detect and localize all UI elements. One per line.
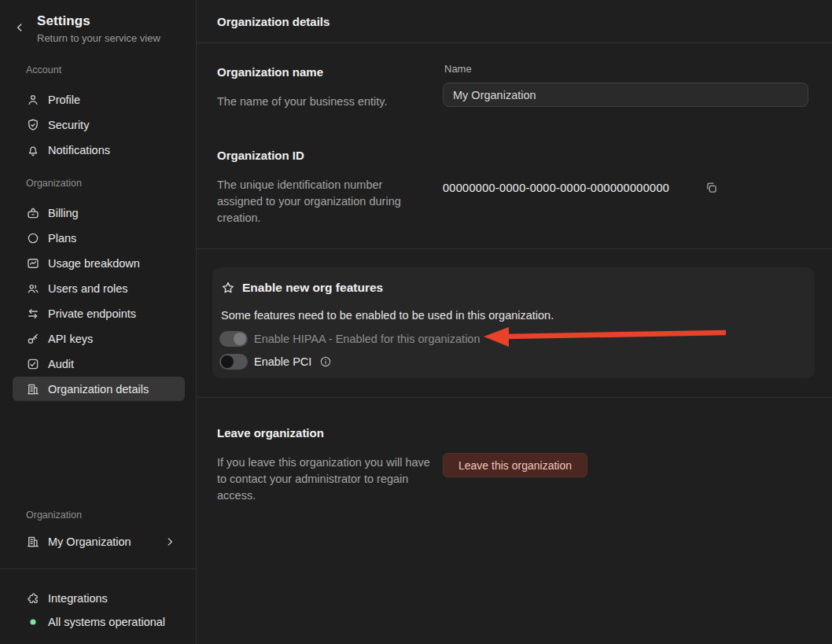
hipaa-toggle-row: Enable HIPAA - Enabled for this organiza… [219,330,480,348]
sidebar-item-label: Security [48,119,89,131]
sidebar-item-audit[interactable]: Audit [13,351,185,376]
chevron-left-icon [14,22,28,33]
sidebar-item-label: Users and roles [48,282,128,295]
pci-toggle[interactable] [219,354,248,370]
leave-org-title: Leave organization [217,426,324,440]
toggle-knob [234,333,246,345]
sidebar-title: Settings [37,13,90,29]
back-button[interactable] [14,20,28,35]
pci-toggle-row: Enable PCI [219,353,332,370]
sidebar-item-label: Notifications [48,144,110,156]
section-label-account: Account [26,64,61,75]
sidebar-item-billing[interactable]: Billing [13,201,185,225]
plans-icon [26,231,40,245]
status-label: All systems operational [48,616,165,628]
hipaa-toggle[interactable] [219,331,248,347]
audit-icon [26,357,40,371]
main-content: Organization details Organization name T… [197,0,832,644]
info-icon[interactable] [319,355,332,368]
sidebar-item-profile[interactable]: Profile [13,87,185,112]
leave-organization-button[interactable]: Leave this organization [443,453,587,477]
divider [197,248,832,249]
features-card-description: Some features need to be enabled to be u… [221,309,554,322]
sidebar-item-label: API keys [48,333,93,345]
sidebar-item-notifications[interactable]: Notifications [13,138,185,162]
org-switcher-label: Organization [26,510,82,521]
sidebar-item-label: Profile [48,94,80,106]
sidebar-item-usage-breakdown[interactable]: Usage breakdown [13,251,185,275]
sidebar-item-label: Billing [48,207,79,219]
org-name-input[interactable] [443,83,808,107]
org-id-title: Organization ID [217,149,304,162]
sidebar-item-label: Private endpoints [48,307,136,320]
key-icon [26,332,40,346]
bell-icon [26,143,40,157]
hipaa-toggle-label: Enable HIPAA - Enabled for this organiza… [254,333,480,345]
star-icon [221,281,235,295]
building-icon [26,535,40,549]
features-card-header: Enable new org features [221,281,383,295]
sidebar-item-label: Usage breakdown [48,257,140,270]
name-field-label: Name [444,63,472,75]
org-id-description: The unique identification number assigne… [217,177,420,226]
sidebar-subtitle: Return to your service view [37,32,160,44]
sidebar-item-label: Plans [48,232,76,245]
users-icon [26,282,40,296]
status-dot-icon [26,615,40,629]
org-name-title: Organization name [217,65,323,79]
sidebar-item-label: Audit [48,358,74,370]
toggle-knob [221,355,234,368]
section-label-organization: Organization [26,178,82,189]
org-name-description: The name of your business entity. [217,94,388,110]
copy-icon[interactable] [705,179,720,195]
integrations-label: Integrations [48,592,108,605]
chevron-right-icon [164,536,175,547]
sidebar-item-api-keys[interactable]: API keys [13,326,185,351]
sidebar: Settings Return to your service view Acc… [0,0,197,644]
features-card-title: Enable new org features [242,281,383,295]
sidebar-item-organization-details[interactable]: Organization details [13,377,185,401]
page-title: Organization details [217,0,329,43]
pci-toggle-label: Enable PCI [254,355,311,368]
endpoints-icon [26,307,40,321]
org-id-value: 00000000-0000-0000-0000-000000000000 [443,182,669,194]
sidebar-divider [0,569,196,569]
sidebar-item-private-endpoints[interactable]: Private endpoints [13,301,185,326]
integrations-icon [26,591,40,605]
billing-icon [26,206,40,220]
page-header: Organization details [197,0,832,43]
sidebar-item-security[interactable]: Security [13,112,185,137]
integrations-link[interactable]: Integrations [13,586,185,610]
sidebar-item-users-and-roles[interactable]: Users and roles [13,276,185,300]
features-card: Enable new org features Some features ne… [212,267,815,378]
building-icon [26,382,40,396]
shield-icon [26,118,40,132]
leave-org-description: If you leave this organization you will … [217,454,431,504]
sidebar-item-plans[interactable]: Plans [13,226,185,250]
person-icon [26,93,40,107]
sidebar-item-label: Organization details [48,383,149,396]
divider [197,397,832,398]
usage-icon [26,256,40,270]
org-switcher[interactable]: My Organization [13,529,185,554]
org-switcher-value: My Organization [48,535,131,548]
settings-app: Settings Return to your service view Acc… [0,0,832,644]
system-status[interactable]: All systems operational [13,609,185,634]
